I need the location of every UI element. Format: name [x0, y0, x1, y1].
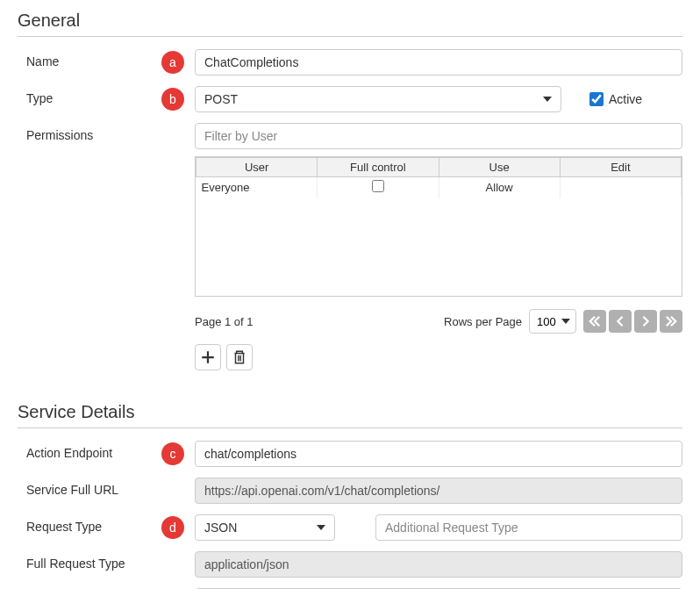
badge-d: d — [161, 516, 184, 539]
badge-a: a — [161, 51, 184, 74]
request-type-label: Request Type — [18, 514, 161, 534]
type-select[interactable]: POST — [195, 86, 561, 112]
section-header-service: Service Details — [18, 402, 682, 428]
active-label: Active — [609, 92, 642, 106]
full-request-type-value: application/json — [195, 551, 682, 578]
section-header-general: General — [18, 11, 682, 37]
col-edit: Edit — [560, 158, 681, 177]
cell-use: Allow — [439, 177, 560, 198]
badge-c: c — [161, 442, 184, 465]
col-use: Use — [439, 158, 560, 177]
pager-prev-button[interactable] — [609, 310, 632, 333]
delete-row-button[interactable] — [226, 344, 253, 370]
chevron-left-icon — [614, 315, 626, 327]
chevron-double-right-icon — [665, 315, 677, 327]
cell-full-control — [318, 177, 439, 198]
full-request-type-label: Full Request Type — [18, 551, 161, 571]
name-input[interactable] — [195, 49, 682, 75]
cell-user: Everyone — [196, 177, 318, 198]
col-user: User — [196, 158, 318, 177]
rows-per-page-select[interactable]: 100 — [529, 309, 576, 334]
rows-per-page-label: Rows per Page — [444, 315, 522, 328]
request-type-select[interactable]: JSON — [195, 514, 335, 541]
endpoint-label: Action Endpoint — [18, 441, 161, 460]
col-full-control: Full control — [318, 158, 439, 177]
cell-edit — [560, 177, 681, 198]
plus-icon — [200, 349, 216, 365]
chevron-right-icon — [639, 315, 652, 327]
active-checkbox[interactable] — [589, 92, 604, 106]
full-url-label: Service Full URL — [18, 478, 161, 497]
permissions-table: User Full control Use Edit Everyone Allo… — [195, 156, 682, 297]
endpoint-input[interactable] — [195, 441, 682, 467]
permissions-filter-input[interactable] — [195, 123, 682, 149]
page-info: Page 1 of 1 — [195, 315, 254, 328]
full-control-checkbox[interactable] — [372, 180, 384, 192]
additional-request-type-input[interactable] — [375, 514, 682, 541]
pager-next-button[interactable] — [634, 310, 657, 333]
permissions-label: Permissions — [18, 123, 161, 142]
type-label: Type — [18, 86, 161, 105]
pager-last-button[interactable] — [660, 310, 682, 333]
pager-first-button[interactable] — [583, 310, 606, 333]
full-url-value: https://api.openai.com/v1/chat/completio… — [195, 478, 682, 504]
badge-b: b — [161, 88, 184, 111]
table-row[interactable]: Everyone Allow — [196, 177, 682, 198]
chevron-double-left-icon — [589, 315, 601, 327]
name-label: Name — [18, 49, 161, 68]
add-row-button[interactable] — [195, 344, 221, 370]
trash-icon — [232, 349, 247, 365]
